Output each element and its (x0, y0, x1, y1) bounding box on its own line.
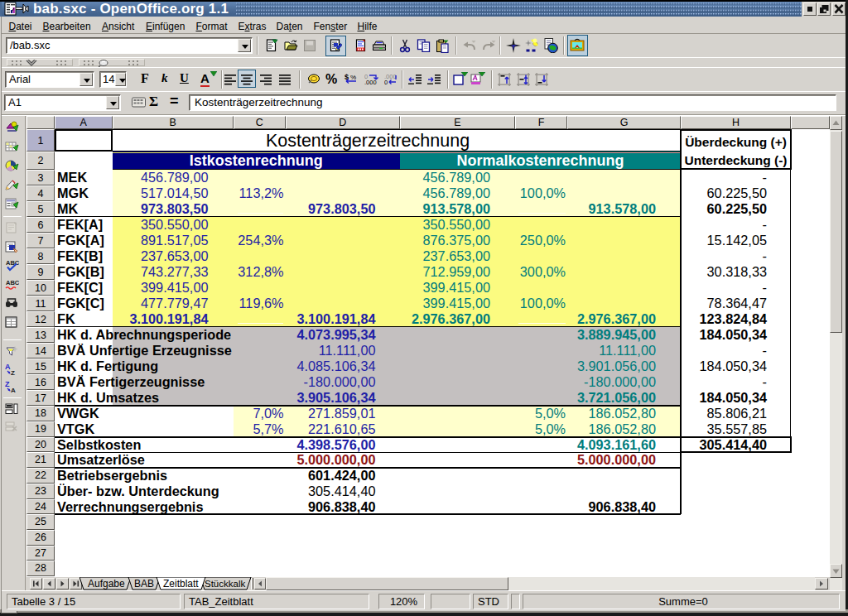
svg-text:Aufgabe: Aufgabe (88, 578, 125, 590)
svg-text:0: 0 (384, 79, 388, 85)
svg-text:Zeitblatt: Zeitblatt (163, 578, 199, 590)
svg-text:BAB: BAB (134, 578, 154, 590)
svg-text:ABC: ABC (6, 279, 19, 286)
svg-text:Z: Z (5, 380, 10, 388)
svg-text:Z: Z (11, 369, 15, 377)
svg-text:.000: .000 (364, 79, 377, 85)
svg-text:Stückkalk: Stückkalk (205, 579, 245, 589)
svg-text:A: A (11, 387, 16, 394)
svg-text:%: % (350, 74, 356, 81)
svg-text:ABC: ABC (6, 259, 19, 267)
svg-text:A: A (5, 363, 11, 371)
